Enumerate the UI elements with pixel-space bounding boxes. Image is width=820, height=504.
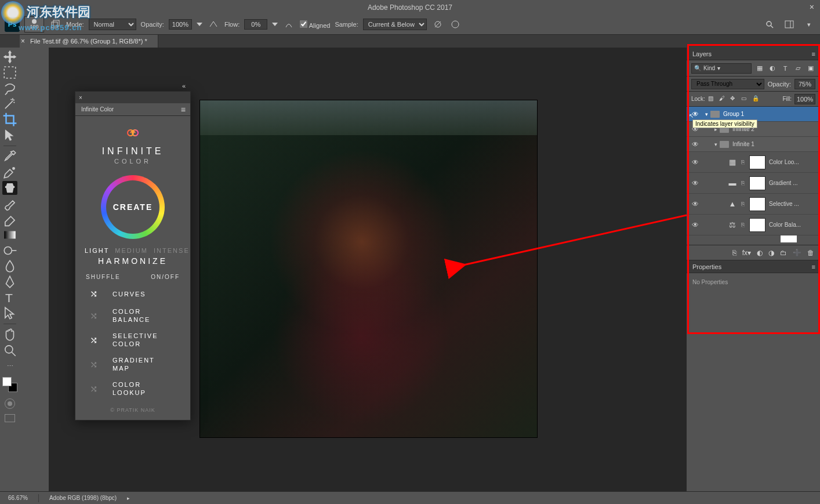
window-close-icon[interactable]: × (810, 2, 814, 12)
zoom-level[interactable]: 66.67% (8, 495, 28, 501)
filter-pixel-icon[interactable]: ▦ (755, 64, 764, 73)
panel-close-icon[interactable]: × (79, 95, 82, 101)
filter-smart-icon[interactable]: ▣ (806, 64, 815, 73)
layer-group-infinite1[interactable]: 👁 ▾ Infinite 1 (687, 137, 820, 152)
link-mask-icon[interactable]: ⎘ (741, 222, 747, 228)
move-tool[interactable] (2, 50, 17, 64)
pressure-size-icon[interactable] (449, 18, 462, 31)
opacity-input[interactable] (169, 19, 192, 30)
infinite-color-panel[interactable]: « × Infinite Color≡ INFINITE COLOR CREAT… (75, 91, 191, 420)
edit-toolbar-icon[interactable]: ⋯ (2, 359, 17, 373)
lock-image-icon[interactable]: 🖌 (719, 95, 727, 103)
shuffle-gradient-icon[interactable]: ⤭ (85, 359, 102, 370)
add-mask-icon[interactable]: ◐ (757, 249, 763, 257)
pen-tool[interactable] (2, 275, 17, 289)
ignore-adjustment-icon[interactable] (431, 18, 444, 31)
path-selection-tool[interactable] (2, 306, 17, 320)
hand-tool[interactable] (2, 328, 17, 342)
harmonize-button[interactable]: HARMONIZE (85, 256, 181, 266)
new-group-icon[interactable]: 🗀 (780, 249, 787, 257)
link-mask-icon[interactable]: ⎘ (741, 201, 747, 207)
layer-color-lookup[interactable]: 👁 ▦ ⎘ Color Loo... (687, 152, 820, 173)
fill-input[interactable] (794, 94, 815, 104)
shuffle-curves-icon[interactable]: ⤭ (85, 288, 102, 299)
zoom-tool[interactable] (2, 343, 17, 357)
link-layers-icon[interactable]: ⎘ (732, 249, 736, 257)
layer-mask-thumb[interactable] (749, 197, 765, 211)
layer-color-balance[interactable]: 👁 ⚖ ⎘ Color Bala... (687, 215, 820, 235)
shuffle-lookup-icon[interactable]: ⤭ (85, 383, 102, 394)
document-canvas[interactable] (199, 100, 538, 438)
doc-info[interactable]: Adobe RGB (1998) (8bpc) (49, 495, 117, 501)
canvas-area[interactable]: « × Infinite Color≡ INFINITE COLOR CREAT… (20, 48, 687, 491)
delete-layer-icon[interactable]: 🗑 (807, 249, 814, 257)
layer-mask-thumb[interactable] (749, 176, 765, 190)
visibility-toggle-icon[interactable]: 👁 (689, 200, 702, 208)
layer-opacity-input[interactable] (794, 79, 815, 89)
panel-menu-icon[interactable]: ≡ (181, 105, 186, 114)
filter-shape-icon[interactable]: ▱ (793, 64, 803, 73)
marquee-tool[interactable] (2, 66, 17, 79)
opacity-dropdown-icon[interactable] (197, 23, 202, 26)
sample-select[interactable]: Current & Below (363, 19, 427, 30)
flow-input[interactable] (244, 19, 267, 30)
layer-mask-thumb[interactable] (749, 218, 765, 232)
lasso-tool[interactable] (2, 81, 17, 95)
layers-menu-icon[interactable]: ≡ (812, 50, 815, 57)
ps-logo-icon[interactable]: Ps (5, 17, 20, 32)
layer-selective-color[interactable]: 👁 ▲ ⎘ Selective ... (687, 194, 820, 215)
create-button[interactable]: CREATE (101, 175, 165, 239)
layer-group-1[interactable]: 👁↖ ▾ Group 1 Indicates layer visibility (687, 107, 820, 122)
brush-tool[interactable] (2, 197, 17, 211)
aligned-checkbox[interactable]: Aligned (300, 20, 330, 29)
filter-type-icon[interactable]: T (781, 64, 790, 73)
eraser-tool[interactable] (2, 212, 17, 226)
airbrush-icon[interactable] (282, 18, 295, 31)
shuffle-selective-icon[interactable]: ⤭ (85, 335, 102, 346)
flow-dropdown-icon[interactable] (272, 23, 278, 26)
tab-close-icon[interactable]: × (21, 37, 25, 45)
blend-mode-select[interactable]: Normal (89, 19, 136, 30)
partial-layer-thumb[interactable] (781, 235, 797, 242)
lock-transparency-icon[interactable]: ▨ (708, 95, 716, 103)
filter-kind-select[interactable]: 🔍 Kind ▾ (691, 63, 752, 74)
new-adjustment-icon[interactable]: ◑ (768, 249, 774, 257)
properties-tab[interactable]: Properties≡ (687, 260, 820, 273)
layer-mask-thumb[interactable] (749, 155, 765, 169)
new-layer-icon[interactable]: ➕ (793, 249, 801, 257)
intensity-row[interactable]: LIGHT MEDIUM INTENSE (85, 247, 181, 254)
type-tool[interactable]: T (2, 291, 17, 304)
visibility-toggle-icon[interactable]: 👁↖ (689, 110, 702, 118)
color-lookup-toggle[interactable]: COLORLOOKUP (113, 380, 146, 397)
screen-mode-icon[interactable] (5, 414, 15, 422)
blur-tool[interactable] (2, 259, 17, 273)
lock-all-icon[interactable]: 🔒 (752, 95, 760, 103)
selective-color-toggle[interactable]: SELECTIVECOLOR (113, 332, 158, 348)
link-mask-icon[interactable]: ⎘ (741, 180, 747, 186)
quick-mask-icon[interactable] (5, 398, 15, 409)
visibility-toggle-icon[interactable]: 👁 (689, 158, 702, 166)
fx-icon[interactable]: fx▾ (742, 249, 751, 257)
color-balance-toggle[interactable]: COLORBALANCE (113, 307, 150, 324)
clone-stamp-tool[interactable] (2, 181, 17, 195)
panel-tab[interactable]: Infinite Color≡ (75, 103, 190, 116)
visibility-toggle-icon[interactable]: 👁 (689, 140, 702, 148)
document-tab[interactable]: × File Test.tif @ 66.7% (Group 1, RGB/8*… (20, 35, 158, 48)
filter-adjustment-icon[interactable]: ◐ (768, 64, 777, 73)
visibility-toggle-icon[interactable]: 👁 (689, 179, 702, 187)
selection-arrow-tool[interactable] (2, 128, 17, 142)
magic-wand-tool[interactable] (2, 97, 17, 111)
foreground-background-colors[interactable] (2, 377, 17, 392)
layer-gradient-map[interactable]: 👁 ▬ ⎘ Gradient ... (687, 173, 820, 194)
crop-tool[interactable] (2, 113, 17, 126)
dodge-tool[interactable] (2, 244, 17, 258)
properties-menu-icon[interactable]: ≡ (812, 263, 815, 270)
pressure-opacity-icon[interactable] (207, 18, 220, 31)
gradient-map-toggle[interactable]: GRADIENTMAP (113, 356, 155, 372)
layer-blend-select[interactable]: Pass Through (691, 79, 764, 89)
shuffle-colorbalance-icon[interactable]: ⤭ (85, 310, 102, 321)
layers-tab[interactable]: Layers≡ (687, 48, 820, 60)
healing-brush-tool[interactable] (2, 165, 17, 179)
gradient-tool[interactable] (2, 228, 17, 242)
link-mask-icon[interactable]: ⎘ (741, 159, 747, 165)
